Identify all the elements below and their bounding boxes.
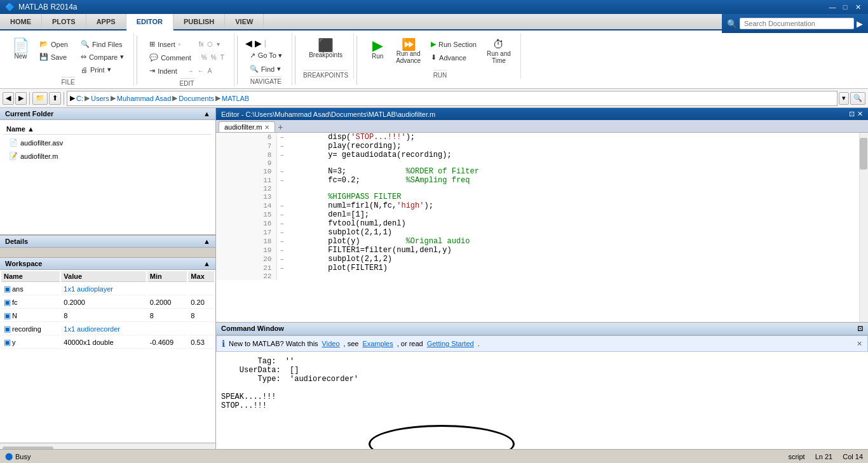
close-button[interactable]: ✕ [853,3,863,11]
minimize-button[interactable]: — [827,3,837,11]
getting-started-link[interactable]: Getting Started [427,340,474,347]
ws-col-min[interactable]: Min [147,271,187,282]
ws-col-value[interactable]: Value [61,271,146,282]
examples-link[interactable]: Examples [362,340,393,347]
run-advance-button[interactable]: ⏩ Run andAdvance [391,36,425,67]
compare-button[interactable]: ⇔ Compare ▾ [76,51,128,63]
indent-button[interactable]: ⇥ Indent → ← A [145,65,229,77]
path-dropdown-button[interactable]: ▾ [839,92,849,105]
line-code: N=3; %ORDER of Filter [307,167,868,176]
folder-button[interactable]: 📁 [32,92,48,105]
breakpoints-group-label: BREAKPOINTS [303,70,348,79]
insert-label: Insert [158,41,175,48]
line-number: 10 [216,167,277,176]
ws-col-name[interactable]: Name [1,271,60,282]
titlebar: 🔷 MATLAB R2014a — □ ✕ [0,0,868,14]
ws-cell-min: 0.2000 [147,297,187,309]
ws-col-max[interactable]: Max [188,271,214,282]
new-button[interactable]: 📄 New [8,36,34,63]
forward-nav-icon[interactable]: ▶ [255,38,262,48]
print-label: Print [90,66,105,74]
up-dir-button[interactable]: ⬆ [49,92,61,105]
workspace-row[interactable]: ▣ recording 1x1 audiorecorder [1,323,214,335]
tab-publish[interactable]: PUBLISH [173,14,225,29]
save-button[interactable]: 💾 Save [35,51,72,63]
line-dash: – [277,219,307,228]
run-time-label: Run andTime [487,50,511,64]
advance-label: Advance [439,54,466,62]
ws-cell-value: 1x1 audiorecorder [61,323,146,335]
run-section-button[interactable]: ▶ Run Section [426,38,481,50]
code-line: 19 – FILTER1=filter(numl,denl,y) [216,246,868,255]
advance-button[interactable]: ⬇ Advance [426,51,481,64]
insert-button[interactable]: ⊞ Insert ▾ fx ⬡ ▾ [145,38,229,50]
workspace-row[interactable]: ▣ fc 0.2000 0.2000 0.20 [1,297,214,309]
find-button[interactable]: 🔍 Find ▾ [245,63,287,75]
code-editor[interactable]: 6 – disp('STOP...!!!'); 7 – play(recordi… [216,133,868,322]
ws-cell-name: ▣ ans [1,283,60,295]
search-input[interactable] [740,18,854,29]
redo-button[interactable]: ▶ [15,92,27,105]
breakpoints-button[interactable]: ⬛ Breakpoints [304,36,347,62]
code-editor-scrollbar[interactable] [859,133,868,322]
run-button[interactable]: ▶ Run [365,36,390,63]
workspace-row[interactable]: ▣ y 40000x1 double -0.4609 0.53 [1,337,214,349]
editor-close-icon[interactable]: ✕ [857,110,863,118]
tab-home[interactable]: HOME [0,14,42,29]
breadcrumb-asad[interactable]: Muhammad Asad [117,95,172,102]
details-expand-icon[interactable]: ▲ [203,238,210,245]
maximize-button[interactable]: □ [840,3,850,11]
run-time-button[interactable]: ⏱ Run andTime [482,36,515,67]
files-table: Name ▲ 📄 audiofilter.asv 📝 audiofilter.m [3,123,213,164]
search-bar: 🔍 ▶ [722,14,868,33]
video-link[interactable]: Video [322,340,340,347]
tab-plots[interactable]: PLOTS [42,14,86,29]
current-folder-expand-icon[interactable]: ▲ [203,110,210,117]
line-dash [277,159,307,167]
file-row-m[interactable]: 📝 audiofilter.m [4,149,212,163]
tab-apps[interactable]: APPS [86,14,126,29]
cmd-close-icon[interactable]: ✕ [857,340,862,348]
ribbon-group-run: ▶ Run ⏩ Run andAdvance ▶ Run Section ⬇ A… [360,33,521,79]
breadcrumb-matlab[interactable]: MATLAB [222,95,249,102]
tab-editor[interactable]: EDITOR [126,14,173,30]
cmd-content[interactable]: Tag: '' UserData: [] Type: 'audiorecorde… [216,352,868,455]
breadcrumb-c[interactable]: C: [76,95,83,102]
line-dash: – [277,201,307,210]
tab-close-button[interactable]: ✕ [264,124,269,131]
find-files-button[interactable]: 🔍 Find Files [76,38,128,50]
workspace-row[interactable]: ▣ N 8 8 8 [1,310,214,322]
compare-dropdown-icon: ▾ [120,53,124,61]
print-button[interactable]: 🖨 Print ▾ [76,64,128,76]
workspace-table: Name Value Min Max ▣ ans 1x1 audioplayer… [0,270,215,350]
back-nav-icon[interactable]: ◀ [245,38,252,48]
workspace-row[interactable]: ▣ ans 1x1 audioplayer [1,283,214,295]
search-submit-icon[interactable]: ▶ [857,19,863,29]
file-row-asv[interactable]: 📄 audiofilter.asv [4,136,212,149]
cmd-expand-icon[interactable]: ⊡ [857,325,863,333]
workspace-tbody: ▣ ans 1x1 audioplayer ▣ fc 0.2000 0.2000… [1,283,214,349]
file-m-name: audiofilter.m [20,152,58,160]
search-icon: 🔍 [727,19,737,29]
path-search-button[interactable]: 🔍 [850,92,865,105]
line-code [307,159,868,167]
path-bar: ▶ C: ▶ Users ▶ Muhammad Asad ▶ Documents… [67,91,837,106]
breadcrumb-docs[interactable]: Documents [179,95,214,102]
code-line: 7 – play(recording); [216,142,868,151]
breadcrumb-users[interactable]: Users [91,95,109,102]
breakpoints-icon: ⬛ [318,39,334,51]
details-header: Details ▲ [0,236,215,248]
comment-button[interactable]: 💬 Comment % % T [145,51,229,64]
undo-button[interactable]: ◀ [3,92,14,105]
cmd-output-text: Tag: '' UserData: [] Type: 'audiorecorde… [221,354,863,413]
editor-undock-icon[interactable]: ⊡ [849,110,855,118]
tab-view[interactable]: VIEW [225,14,264,29]
active-editor-tab[interactable]: audiofilter.m ✕ [219,121,275,132]
goto-button[interactable]: ↗ Go To ▾ [245,50,287,62]
workspace-expand-icon[interactable]: ▲ [203,260,210,267]
open-button[interactable]: 📂 Open [35,38,72,50]
code-line: 18 – plot(y) %Orignal audio [216,237,868,246]
code-line: 9 [216,159,868,167]
workspace-header-row: Name Value Min Max [1,271,214,282]
add-tab-button[interactable]: + [278,122,283,132]
